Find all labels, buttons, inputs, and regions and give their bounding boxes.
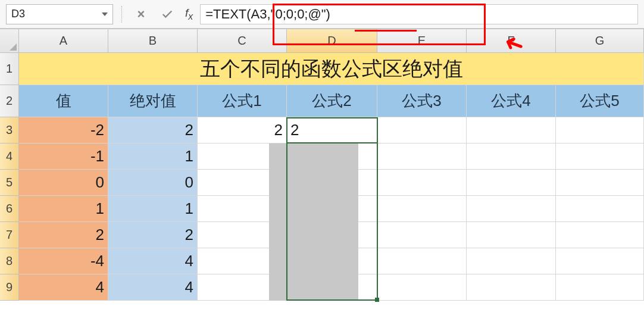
- cell-E3[interactable]: [377, 117, 467, 143]
- cell-E4[interactable]: [377, 143, 467, 170]
- header-f4[interactable]: 公式4: [467, 85, 556, 117]
- formula-input[interactable]: [200, 4, 638, 24]
- cell-G4[interactable]: [556, 143, 644, 170]
- row-header-7[interactable]: 7: [0, 222, 19, 248]
- cell-G9[interactable]: [556, 274, 644, 301]
- header-f1[interactable]: 公式1: [198, 85, 287, 117]
- cell-B7[interactable]: 2: [108, 222, 198, 248]
- cell-F4[interactable]: [467, 143, 556, 170]
- cell-A8[interactable]: -4: [19, 248, 108, 274]
- cell-F9[interactable]: [467, 274, 556, 301]
- cell-A7[interactable]: 2: [19, 222, 108, 248]
- chevron-down-icon[interactable]: [102, 13, 108, 16]
- cell-D5[interactable]: 0: [287, 170, 377, 196]
- grid: 五个不同的函数公式区绝对值 值 绝对值 公式1 公式2 公式3 公式4 公式5 …: [19, 53, 644, 301]
- title-cell[interactable]: 五个不同的函数公式区绝对值: [19, 53, 644, 85]
- cell-C6[interactable]: 1: [198, 196, 287, 222]
- name-box-value: D3: [11, 8, 25, 20]
- column-headers: A B C D E F G: [19, 29, 644, 53]
- cell-E9[interactable]: [377, 274, 467, 301]
- cell-A3[interactable]: -2: [19, 117, 108, 143]
- cell-D9[interactable]: 4: [287, 274, 377, 301]
- cell-F7[interactable]: [467, 222, 556, 248]
- cell-G7[interactable]: [556, 222, 644, 248]
- cell-B9[interactable]: 4: [108, 274, 198, 301]
- cell-B3[interactable]: 2: [108, 117, 198, 143]
- row-headers: 1 2 3 4 5 6 7 8 9: [0, 53, 19, 301]
- col-header-A[interactable]: A: [19, 29, 108, 53]
- cell-D6[interactable]: 1: [287, 196, 377, 222]
- cell-D8[interactable]: 4: [287, 248, 377, 274]
- col-header-B[interactable]: B: [108, 29, 198, 53]
- cell-C8[interactable]: 4: [198, 248, 287, 274]
- header-f3[interactable]: 公式3: [377, 85, 467, 117]
- separator: [121, 6, 122, 23]
- cell-G3[interactable]: [556, 117, 644, 143]
- cell-F6[interactable]: [467, 196, 556, 222]
- row-header-1[interactable]: 1: [0, 53, 19, 85]
- cell-A5[interactable]: 0: [19, 170, 108, 196]
- cell-G8[interactable]: [556, 248, 644, 274]
- cell-C7[interactable]: 2: [198, 222, 287, 248]
- cell-E8[interactable]: [377, 248, 467, 274]
- cell-B8[interactable]: 4: [108, 248, 198, 274]
- cell-F5[interactable]: [467, 170, 556, 196]
- enter-icon[interactable]: [157, 5, 178, 23]
- cell-G5[interactable]: [556, 170, 644, 196]
- cell-B5[interactable]: 0: [108, 170, 198, 196]
- cell-E6[interactable]: [377, 196, 467, 222]
- formula-bar: D3 × fx: [0, 0, 644, 29]
- cell-C9[interactable]: 4: [198, 274, 287, 301]
- header-f2[interactable]: 公式2: [287, 85, 377, 117]
- cell-A6[interactable]: 1: [19, 196, 108, 222]
- cell-E7[interactable]: [377, 222, 467, 248]
- cell-E5[interactable]: [377, 170, 467, 196]
- cancel-icon[interactable]: ×: [130, 5, 152, 23]
- select-all-corner[interactable]: [0, 29, 19, 53]
- row-header-2[interactable]: 2: [0, 85, 19, 117]
- cell-F3[interactable]: [467, 117, 556, 143]
- cell-D4[interactable]: 1: [287, 143, 377, 170]
- row-header-5[interactable]: 5: [0, 170, 19, 196]
- row-header-4[interactable]: 4: [0, 143, 19, 170]
- header-f5[interactable]: 公式5: [556, 85, 644, 117]
- cell-D7[interactable]: 2: [287, 222, 377, 248]
- col-header-E[interactable]: E: [377, 29, 467, 53]
- cell-A9[interactable]: 4: [19, 274, 108, 301]
- cell-B4[interactable]: 1: [108, 143, 198, 170]
- col-header-D[interactable]: D: [287, 29, 377, 53]
- cell-C3[interactable]: 2: [198, 117, 287, 143]
- cell-C4[interactable]: 1: [198, 143, 287, 170]
- cell-C5[interactable]: 0: [198, 170, 287, 196]
- name-box[interactable]: D3: [6, 4, 113, 24]
- col-header-G[interactable]: G: [556, 29, 644, 53]
- row-header-3[interactable]: 3: [0, 117, 19, 143]
- fx-icon[interactable]: fx: [185, 7, 193, 22]
- row-header-8[interactable]: 8: [0, 248, 19, 274]
- cell-G6[interactable]: [556, 196, 644, 222]
- cell-A4[interactable]: -1: [19, 143, 108, 170]
- cell-D3[interactable]: 2: [287, 117, 377, 143]
- col-header-C[interactable]: C: [198, 29, 287, 53]
- header-value[interactable]: 值: [19, 85, 108, 117]
- cell-B6[interactable]: 1: [108, 196, 198, 222]
- row-header-6[interactable]: 6: [0, 196, 19, 222]
- cell-F8[interactable]: [467, 248, 556, 274]
- header-abs[interactable]: 绝对值: [108, 85, 198, 117]
- row-header-9[interactable]: 9: [0, 274, 19, 301]
